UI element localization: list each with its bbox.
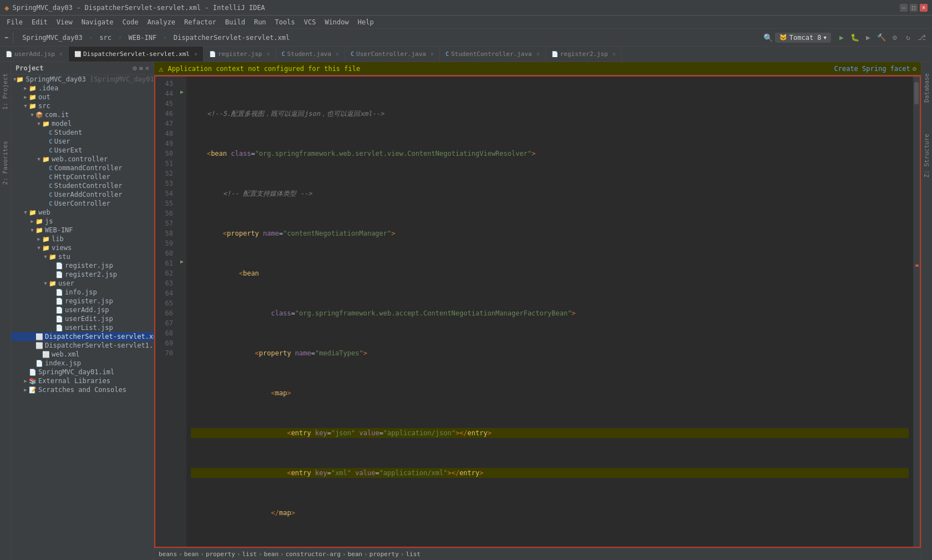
tree-webinf[interactable]: ▼ 📁 WEB-INF xyxy=(11,226,154,235)
tree-useredit-jsp[interactable]: 📄 userEdit.jsp xyxy=(11,314,154,323)
menu-run[interactable]: Run xyxy=(250,17,271,27)
menu-help[interactable]: Help xyxy=(353,17,378,27)
tree-student[interactable]: C Student xyxy=(11,128,154,137)
tree-springmvc-iml[interactable]: 📄 SpringMVC_day01.iml xyxy=(11,368,154,376)
tree-web-xml[interactable]: ⬜ web.xml xyxy=(11,350,154,359)
run-config-selector[interactable]: 🐱 Tomcat 8 ▼ xyxy=(775,33,831,43)
menu-file[interactable]: File xyxy=(2,17,27,27)
tree-stu[interactable]: ▼ 📁 stu xyxy=(11,252,154,261)
tab-close-dispatcher[interactable]: × xyxy=(194,51,197,57)
tree-userext[interactable]: C UserExt xyxy=(11,146,154,155)
tree-dispatcher1-xml[interactable]: ⬜ DispatcherServlet-servlet1.xml xyxy=(11,341,154,350)
bc-bean1[interactable]: bean xyxy=(184,551,199,558)
create-spring-link[interactable]: Create Spring facet xyxy=(834,65,910,73)
menu-build[interactable]: Build xyxy=(221,17,250,27)
bc-constructorarg[interactable]: constructor-arg xyxy=(286,551,341,558)
menu-navigate[interactable]: Navigate xyxy=(77,17,118,27)
maximize-button[interactable]: □ xyxy=(910,4,918,12)
tree-register-user[interactable]: 📄 register.jsp xyxy=(11,297,154,306)
close-button[interactable]: × xyxy=(920,4,928,12)
tab-close-student[interactable]: × xyxy=(336,51,339,57)
tree-lib[interactable]: ▶ 📁 lib xyxy=(11,235,154,243)
tree-httpcontroller[interactable]: C HttpController xyxy=(11,172,154,181)
code-content[interactable]: <!--5.配置多视图，既可以返回json，也可以返回xml--> <bean … xyxy=(186,77,913,547)
tree-userlist-jsp[interactable]: 📄 userList.jsp xyxy=(11,323,154,332)
bc-list1[interactable]: list xyxy=(242,551,257,558)
project-expand-icon[interactable]: ≡ xyxy=(139,64,143,72)
tree-index-jsp[interactable]: 📄 index.jsp xyxy=(11,359,154,368)
tree-scratches[interactable]: ▶ 📝 Scratches and Consoles xyxy=(11,385,154,394)
tree-src[interactable]: ▼ 📁 src xyxy=(11,101,154,110)
tree-comit[interactable]: ▼ 📦 com.it xyxy=(11,110,154,119)
tab-dispatcher[interactable]: ⬜ DispatcherServlet-servlet.xml × xyxy=(69,47,204,62)
tab-studentcontroller[interactable]: C StudentController.java × xyxy=(440,47,546,62)
tree-out[interactable]: ▶ 📁 out xyxy=(11,93,154,101)
coverage-button[interactable]: ▶ xyxy=(862,32,874,44)
menu-view[interactable]: View xyxy=(52,17,77,27)
tab-close-usercontroller[interactable]: × xyxy=(430,51,434,57)
tree-usercontroller2[interactable]: C UserController xyxy=(11,199,154,208)
tree-register2-stu[interactable]: 📄 register2.jsp xyxy=(11,270,154,279)
build-button[interactable]: 🔨 xyxy=(875,32,888,44)
side-label-database[interactable]: Database xyxy=(923,73,930,103)
side-label-structure[interactable]: Z: Structure xyxy=(923,134,930,177)
toolbar-file-tab[interactable]: DispatcherServlet-servlet.xml xyxy=(169,33,295,43)
toolbar-webinf-tab[interactable]: WEB-INF xyxy=(124,33,161,43)
warning-gear-icon[interactable]: ⚙ xyxy=(913,65,916,73)
tree-project-root[interactable]: ▼ 📁 SpringMVC_day03 [SpringMVC_day01] xyxy=(11,75,154,84)
bc-property1[interactable]: property xyxy=(206,551,235,558)
tree-external-libs[interactable]: ▶ 📚 External Libraries xyxy=(11,376,154,385)
tree-commandcontroller[interactable]: C CommandController xyxy=(11,164,154,172)
debug-button[interactable]: 🐛 xyxy=(849,32,861,44)
tab-close-useradd[interactable]: × xyxy=(59,51,63,57)
tree-webcontroller[interactable]: ▼ 📁 web.controller xyxy=(11,155,154,164)
tab-usercontroller[interactable]: C UserController.java × xyxy=(345,47,440,62)
tab-close-studentcontroller[interactable]: × xyxy=(536,51,540,57)
bc-bean2[interactable]: bean xyxy=(264,551,279,558)
menu-refactor[interactable]: Refactor xyxy=(180,17,221,27)
bc-beans[interactable]: beans xyxy=(159,551,177,558)
menu-tools[interactable]: Tools xyxy=(271,17,300,27)
tree-info-jsp[interactable]: 📄 info.jsp xyxy=(11,288,154,297)
settings-button[interactable]: ⚙ xyxy=(889,32,901,44)
side-label-project[interactable]: 1: Project xyxy=(2,73,9,110)
menu-code[interactable]: Code xyxy=(118,17,143,27)
bc-list2[interactable]: list xyxy=(406,551,421,558)
tree-js[interactable]: ▶ 📁 js xyxy=(11,217,154,226)
bc-bean3[interactable]: bean xyxy=(348,551,363,558)
bc-property2[interactable]: property xyxy=(369,551,399,558)
tree-idea[interactable]: ▶ 📁 .idea xyxy=(11,84,154,93)
side-label-favorites[interactable]: 2: Favorites xyxy=(2,141,9,185)
search-icon[interactable]: 🔍 xyxy=(763,33,773,42)
project-gear-icon[interactable]: ⚙ xyxy=(133,64,136,72)
tree-studentcontroller[interactable]: C StudentController xyxy=(11,181,154,190)
tab-student[interactable]: C Student.java × xyxy=(276,47,346,62)
minimize-button[interactable]: – xyxy=(900,4,908,12)
toolbar-src-tab[interactable]: src xyxy=(95,33,116,43)
menu-edit[interactable]: Edit xyxy=(27,17,52,27)
tree-user[interactable]: C User xyxy=(11,137,154,146)
git-button[interactable]: ⎇ xyxy=(915,32,928,44)
tree-useraddcontroller[interactable]: C UserAddController xyxy=(11,190,154,199)
toolbar-back-icon[interactable]: ⬅ xyxy=(4,34,8,42)
menu-vcs[interactable]: VCS xyxy=(300,17,321,27)
run-button[interactable]: ▶ xyxy=(835,32,848,44)
tree-model[interactable]: ▼ 📁 model xyxy=(11,119,154,128)
tab-register2[interactable]: 📄 register2.jsp × xyxy=(546,47,622,62)
tab-close-register[interactable]: × xyxy=(266,51,270,57)
tree-dispatcher-xml[interactable]: ⬜ DispatcherServlet-servlet.xml xyxy=(11,332,154,341)
tab-register[interactable]: 📄 register.jsp × xyxy=(204,47,276,62)
tab-useradd[interactable]: 📄 userAdd.jsp × xyxy=(0,47,69,62)
tree-user-folder[interactable]: ▼ 📁 user xyxy=(11,279,154,288)
right-scrollbar[interactable] xyxy=(913,77,920,547)
toolbar-project-tab[interactable]: SpringMVC_day03 xyxy=(18,33,87,43)
tree-web[interactable]: ▼ 📁 web xyxy=(11,208,154,217)
tab-close-register2[interactable]: × xyxy=(612,51,616,57)
update-button[interactable]: ↻ xyxy=(902,32,914,44)
window-controls[interactable]: – □ × xyxy=(900,4,928,12)
menu-analyze[interactable]: Analyze xyxy=(143,17,180,27)
tree-register-stu[interactable]: 📄 register.jsp xyxy=(11,261,154,270)
tree-useradd-jsp[interactable]: 📄 userAdd.jsp xyxy=(11,306,154,314)
project-close-icon[interactable]: × xyxy=(145,64,149,72)
menu-window[interactable]: Window xyxy=(320,17,353,27)
